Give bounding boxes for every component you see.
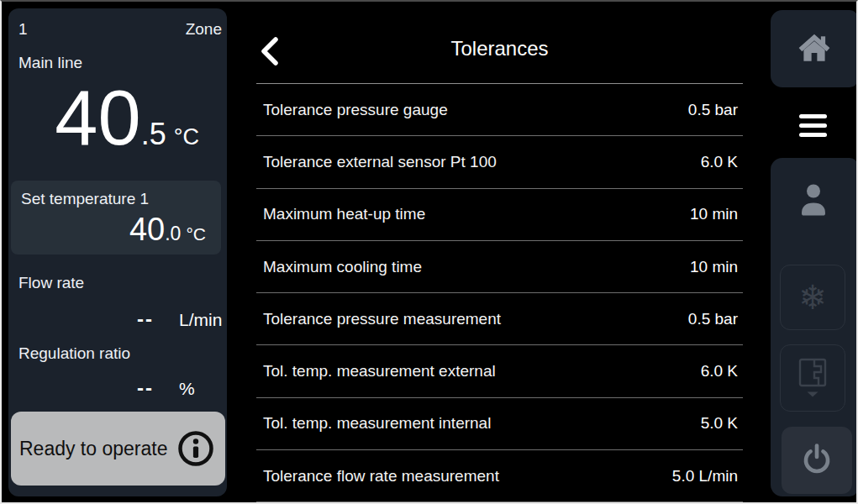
flow-rate-line: -- L/min — [18, 307, 222, 331]
sidebar-item-mold-drain[interactable] — [780, 344, 845, 412]
main-temperature-frac: .5 — [141, 117, 166, 151]
row-label: Maximum heat-up time — [256, 205, 425, 223]
row-label: Tol. temp. measurement external — [256, 362, 496, 381]
status-button[interactable]: Ready to operate — [11, 412, 225, 486]
status-label: Ready to operate — [19, 438, 167, 460]
power-icon — [799, 443, 834, 478]
sidebar-item-user[interactable] — [795, 181, 832, 218]
zone-label: Zone — [186, 20, 222, 39]
row-label: Tolerance external sensor Pt 100 — [256, 153, 497, 171]
main-temperature: 40.5°C — [55, 79, 199, 156]
zone-header: 1 Zone — [18, 20, 222, 39]
regulation-ratio-label: Regulation ratio — [18, 344, 130, 363]
tolerance-row[interactable]: Maximum cooling time 10 min — [256, 241, 743, 293]
row-label: Tolerance pressure gauge — [256, 101, 448, 119]
tolerance-list: Tolerance pressure gauge 0.5 bar Toleran… — [256, 84, 743, 502]
row-value: 10 min — [690, 258, 743, 276]
set-temperature-label: Set temperature 1 — [21, 190, 149, 208]
row-value: 6.0 K — [701, 362, 743, 381]
flow-rate-unit: L/min — [179, 310, 222, 330]
tolerance-row[interactable]: Tolerance pressure gauge 0.5 bar — [256, 84, 743, 136]
row-label: Tolerance flow rate measurement — [256, 467, 499, 486]
user-icon — [795, 181, 832, 218]
row-value: 5.0 L/min — [672, 467, 743, 486]
tolerance-row[interactable]: Tolerance external sensor Pt 100 6.0 K — [256, 136, 743, 188]
set-temperature-value: 40.0°C — [129, 213, 206, 245]
hmi-screen: 1 Zone Main line 40.5°C Set temperature … — [0, 0, 858, 504]
zone-card: 1 Zone Main line 40.5°C Set temperature … — [8, 8, 227, 496]
tolerance-row[interactable]: Maximum heat-up time 10 min — [256, 189, 743, 241]
main-temperature-int: 40 — [55, 75, 140, 160]
home-icon — [797, 33, 832, 65]
sidebar-item-cooling[interactable]: ❄ — [780, 265, 845, 330]
panel-header: Tolerances — [256, 2, 743, 84]
set-temperature-int: 40 — [129, 212, 165, 247]
row-value: 5.0 K — [701, 414, 743, 433]
sidebar-item-home[interactable] — [771, 10, 858, 87]
snowflake-icon: ❄ — [798, 281, 827, 314]
set-temperature-frac: .0 — [165, 223, 181, 244]
set-temperature-unit: °C — [186, 224, 206, 244]
tolerance-row[interactable]: Tolerance pressure measurement 0.5 bar — [256, 293, 743, 345]
row-label: Tolerance pressure measurement — [256, 310, 501, 328]
page-title: Tolerances — [256, 37, 743, 60]
row-value: 10 min — [690, 205, 743, 223]
row-label: Tol. temp. measurement internal — [256, 414, 491, 433]
flow-rate-value: -- — [18, 307, 154, 331]
regulation-ratio-line: -- % — [18, 376, 195, 400]
mold-drain-icon — [796, 357, 829, 399]
sidebar-item-standby[interactable] — [782, 427, 852, 494]
line-label: Main line — [18, 54, 82, 72]
regulation-ratio-unit: % — [179, 379, 195, 399]
sidebar-item-menu[interactable] — [743, 89, 843, 155]
regulation-ratio-value: -- — [18, 376, 154, 400]
flow-rate-label: Flow rate — [18, 274, 84, 292]
tolerance-row[interactable]: Tolerance flow rate measurement 5.0 L/mi… — [256, 450, 743, 502]
tolerance-row[interactable]: Tol. temp. measurement external 6.0 K — [256, 345, 743, 397]
row-value: 0.5 bar — [688, 310, 743, 328]
main-temperature-unit: °C — [174, 124, 199, 150]
row-label: Maximum cooling time — [256, 258, 422, 276]
tolerance-row[interactable]: Tol. temp. measurement internal 5.0 K — [256, 398, 743, 450]
zone-number: 1 — [18, 20, 28, 39]
menu-icon — [799, 114, 827, 137]
row-value: 6.0 K — [701, 153, 743, 171]
row-value: 0.5 bar — [688, 101, 743, 119]
info-icon — [176, 429, 215, 468]
tolerances-panel: Tolerances Tolerance pressure gauge 0.5 … — [227, 2, 772, 504]
set-temperature-field[interactable]: Set temperature 1 40.0°C — [11, 181, 221, 255]
